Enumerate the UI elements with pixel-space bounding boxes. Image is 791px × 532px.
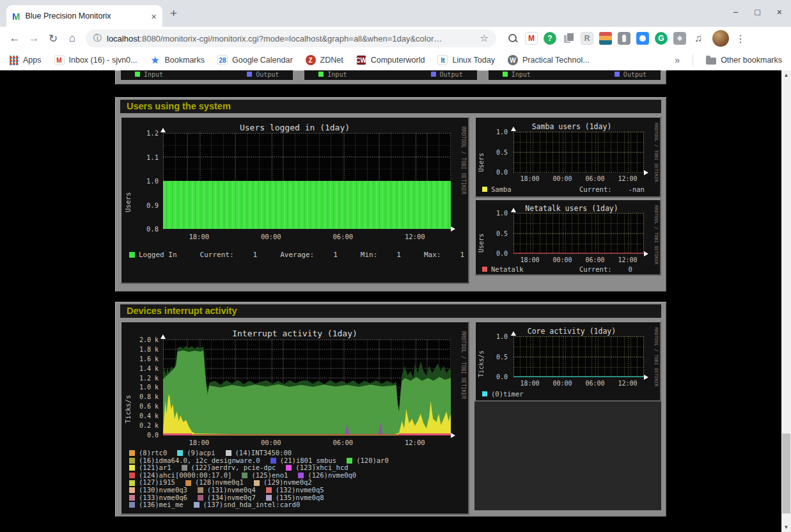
legend-swatch — [129, 252, 135, 258]
monitorix-favicon: M — [12, 11, 20, 22]
legend-item: (130)nvme0q3 — [129, 487, 187, 494]
y-axis-ticks: 1.21.11.00.90.8 — [132, 129, 159, 233]
input-legend-swatch — [135, 72, 140, 77]
graph-title: Users logged in (1day) — [121, 123, 468, 132]
legend-item: (132)nvme0q5 — [266, 487, 324, 494]
browser-tab[interactable]: M Blue Precision Monitorix × — [6, 5, 162, 27]
input-legend-swatch — [318, 72, 324, 77]
page-info-icon[interactable]: ⓘ — [93, 33, 102, 44]
scroll-up-icon[interactable]: ▲ — [781, 70, 791, 80]
current-value: Current:-nan — [579, 185, 645, 193]
legend-item: (9)acpi — [177, 450, 215, 457]
section-users-header: Users using the system — [120, 100, 661, 113]
extension-icon[interactable] — [673, 32, 686, 45]
graph-legend: Samba — [482, 185, 512, 193]
interrupt-legend: (8)rtc0(9)acpi(14)INT3450:00 (16)idma64.… — [129, 450, 389, 509]
interrupt-plot-area — [163, 340, 451, 435]
bookmark-icon: M — [54, 55, 65, 65]
bookmark-item[interactable]: lt Linux Today — [437, 55, 495, 65]
home-icon[interactable]: ⌂ — [64, 32, 81, 45]
extension-icon[interactable] — [599, 32, 612, 45]
vertical-scrollbar[interactable]: ▲ ▼ — [781, 70, 791, 532]
rrdtool-watermark: RRDTOOL / TOBI OETIKER — [654, 123, 659, 182]
extension-icon[interactable]: ♫ — [692, 32, 705, 45]
axis-arrow-right — [644, 375, 648, 380]
bookmark-item[interactable]: Z ZDNet — [306, 55, 343, 65]
scrollbar-thumb[interactable] — [782, 434, 790, 513]
other-bookmarks[interactable]: Other bookmarks — [706, 56, 782, 65]
users-plot-area — [163, 133, 451, 229]
axis-arrow-right — [451, 226, 455, 231]
window-minimize-button[interactable]: − — [733, 7, 738, 17]
axis-arrow-up — [511, 331, 516, 336]
extension-icon[interactable] — [636, 32, 649, 45]
legend-swatch — [482, 267, 487, 272]
legend-stat: Current:1 — [200, 251, 258, 259]
bookmarks-divider — [693, 54, 693, 66]
extension-icon[interactable] — [618, 32, 630, 45]
bookmark-icon — [9, 56, 19, 65]
new-tab-button[interactable]: + — [170, 6, 177, 20]
url-path: :8080/monitorix-cgi/monitorix.cgi?mode=l… — [139, 34, 442, 43]
bookmark-item[interactable]: W Practical Technol... — [508, 55, 590, 65]
y-axis-label: Ticks/s — [478, 341, 485, 377]
section-users: Users using the system Users logged in (… — [115, 97, 666, 292]
axis-arrow-right — [644, 251, 648, 256]
window-close-button[interactable]: × — [777, 7, 782, 17]
network-section-partial: Input Output Input Output Input Output — [115, 70, 666, 84]
y-axis-label: Users — [478, 140, 485, 172]
forward-icon[interactable]: → — [26, 32, 42, 45]
bookmark-item[interactable]: M Inbox (16) - sjvn0... — [54, 55, 137, 65]
graph-title: Core activity (1day) — [495, 327, 648, 336]
address-bar[interactable]: ⓘ localhost:8080/monitorix-cgi/monitorix… — [86, 29, 496, 47]
bookmark-item[interactable]: ★ Bookmarks — [150, 55, 205, 65]
legend-item: (136)mei_me — [129, 501, 184, 509]
samba-users-graph[interactable]: Samba users (1day) Users 1.00.50.0 — [474, 116, 661, 198]
y-axis-ticks: 1.00.50.0 — [485, 129, 508, 176]
x-axis-ticks: 18:0000:0006:0012:00 — [513, 380, 644, 387]
bookmarks-overflow-chevron[interactable]: » — [675, 55, 680, 65]
rrdtool-watermark: RRDTOOL / TOBI OETIKER — [460, 127, 466, 194]
x-axis-ticks: 18:0000:0006:0012:00 — [163, 439, 451, 446]
bookmark-item[interactable]: 28 Google Calendar — [217, 55, 293, 65]
reload-icon[interactable]: ↻ — [45, 32, 61, 45]
interrupt-activity-graph[interactable]: Interrupt activity (1day) Ticks/s 2.0 k1… — [120, 321, 469, 515]
y-axis-label: Users — [478, 221, 485, 253]
extension-icon[interactable] — [562, 32, 575, 45]
bookmark-icon: CW — [356, 55, 366, 65]
users-logged-in-graph[interactable]: Users logged in (1day) Users 1.21.11.00.… — [120, 116, 469, 284]
bookmark-icon: ★ — [150, 55, 161, 65]
legend-item: (8)rtc0 — [129, 450, 167, 457]
tab-close-icon[interactable]: × — [151, 12, 157, 21]
extension-icon[interactable]: G — [655, 32, 668, 45]
extension-icon[interactable]: M — [525, 32, 538, 45]
profile-avatar[interactable] — [712, 30, 729, 47]
tab-strip: M Blue Precision Monitorix × + − □ × — [0, 0, 791, 27]
core-plot-area — [513, 336, 644, 377]
network-graph-partial[interactable]: Input Output — [487, 70, 662, 81]
extension-icon[interactable]: ? — [544, 32, 556, 45]
core-activity-graph[interactable]: Core activity (1day) Ticks/s 1.00.50.0 — [474, 321, 661, 402]
y-axis-ticks: 2.0 k1.8 k1.6 k1.4 k1.2 k1.0 k0.8 k0.6 k… — [128, 336, 159, 439]
extension-icon[interactable] — [506, 32, 519, 45]
bookmark-item[interactable]: Apps — [9, 56, 42, 65]
netatalk-users-graph[interactable]: Netatalk users (1day) Users 1.00.50.0 — [474, 199, 661, 276]
rrdtool-watermark: RRDTOOL / TOBI OETIKER — [654, 205, 659, 265]
scroll-down-icon[interactable]: ▼ — [781, 522, 791, 532]
axis-arrow-up — [511, 127, 516, 131]
bookmark-item[interactable]: CW Computerworld — [356, 55, 425, 65]
network-graph-partial[interactable]: Input Output — [120, 70, 294, 81]
legend-item: (14)INT3450:00 — [226, 450, 292, 457]
x-axis-ticks: 18:0000:0006:0012:00 — [163, 233, 451, 240]
graph-title: Interrupt activity (1day) — [121, 329, 468, 338]
legend-swatch — [482, 187, 487, 192]
network-graph-partial[interactable]: Input Output — [303, 70, 478, 81]
window-maximize-button[interactable]: □ — [755, 7, 760, 17]
bookmark-star-icon[interactable]: ☆ — [480, 33, 489, 44]
tab-title: Blue Precision Monitorix — [26, 12, 146, 20]
browser-menu-icon[interactable]: ⋮ — [735, 33, 746, 45]
extension-icon[interactable]: R — [581, 32, 593, 45]
back-icon[interactable]: ← — [6, 32, 23, 45]
axis-arrow-right — [451, 433, 455, 438]
legend-swatch — [482, 391, 487, 396]
